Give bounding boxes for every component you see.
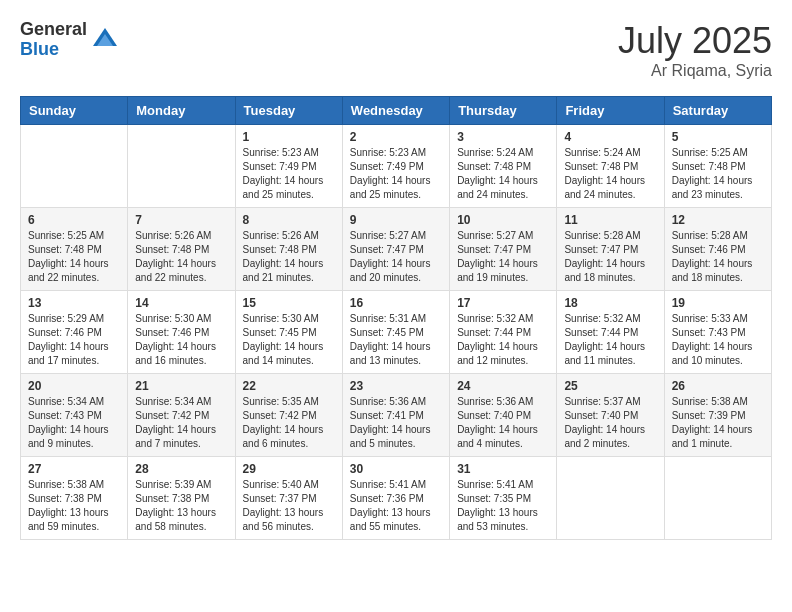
calendar-cell bbox=[128, 125, 235, 208]
day-number: 27 bbox=[28, 462, 120, 476]
day-detail: Sunrise: 5:29 AMSunset: 7:46 PMDaylight:… bbox=[28, 312, 120, 368]
calendar-cell: 22Sunrise: 5:35 AMSunset: 7:42 PMDayligh… bbox=[235, 374, 342, 457]
calendar-cell: 6Sunrise: 5:25 AMSunset: 7:48 PMDaylight… bbox=[21, 208, 128, 291]
calendar-cell: 9Sunrise: 5:27 AMSunset: 7:47 PMDaylight… bbox=[342, 208, 449, 291]
calendar-cell: 24Sunrise: 5:36 AMSunset: 7:40 PMDayligh… bbox=[450, 374, 557, 457]
day-number: 8 bbox=[243, 213, 335, 227]
day-detail: Sunrise: 5:24 AMSunset: 7:48 PMDaylight:… bbox=[457, 146, 549, 202]
calendar-week-row: 13Sunrise: 5:29 AMSunset: 7:46 PMDayligh… bbox=[21, 291, 772, 374]
day-number: 5 bbox=[672, 130, 764, 144]
calendar-cell: 8Sunrise: 5:26 AMSunset: 7:48 PMDaylight… bbox=[235, 208, 342, 291]
day-number: 10 bbox=[457, 213, 549, 227]
calendar-cell: 31Sunrise: 5:41 AMSunset: 7:35 PMDayligh… bbox=[450, 457, 557, 540]
page-header: General Blue July 2025 Ar Riqama, Syria bbox=[20, 20, 772, 80]
day-detail: Sunrise: 5:28 AMSunset: 7:46 PMDaylight:… bbox=[672, 229, 764, 285]
calendar-cell: 13Sunrise: 5:29 AMSunset: 7:46 PMDayligh… bbox=[21, 291, 128, 374]
day-detail: Sunrise: 5:25 AMSunset: 7:48 PMDaylight:… bbox=[28, 229, 120, 285]
calendar-cell: 19Sunrise: 5:33 AMSunset: 7:43 PMDayligh… bbox=[664, 291, 771, 374]
calendar-cell: 30Sunrise: 5:41 AMSunset: 7:36 PMDayligh… bbox=[342, 457, 449, 540]
day-detail: Sunrise: 5:41 AMSunset: 7:36 PMDaylight:… bbox=[350, 478, 442, 534]
calendar-cell: 26Sunrise: 5:38 AMSunset: 7:39 PMDayligh… bbox=[664, 374, 771, 457]
day-number: 29 bbox=[243, 462, 335, 476]
calendar-cell bbox=[21, 125, 128, 208]
day-number: 6 bbox=[28, 213, 120, 227]
day-detail: Sunrise: 5:24 AMSunset: 7:48 PMDaylight:… bbox=[564, 146, 656, 202]
day-number: 12 bbox=[672, 213, 764, 227]
calendar-cell: 18Sunrise: 5:32 AMSunset: 7:44 PMDayligh… bbox=[557, 291, 664, 374]
day-number: 24 bbox=[457, 379, 549, 393]
calendar-cell: 20Sunrise: 5:34 AMSunset: 7:43 PMDayligh… bbox=[21, 374, 128, 457]
calendar-cell: 16Sunrise: 5:31 AMSunset: 7:45 PMDayligh… bbox=[342, 291, 449, 374]
day-number: 16 bbox=[350, 296, 442, 310]
day-header-tuesday: Tuesday bbox=[235, 97, 342, 125]
title-block: July 2025 Ar Riqama, Syria bbox=[618, 20, 772, 80]
day-detail: Sunrise: 5:32 AMSunset: 7:44 PMDaylight:… bbox=[564, 312, 656, 368]
calendar-cell: 10Sunrise: 5:27 AMSunset: 7:47 PMDayligh… bbox=[450, 208, 557, 291]
day-detail: Sunrise: 5:30 AMSunset: 7:45 PMDaylight:… bbox=[243, 312, 335, 368]
day-header-monday: Monday bbox=[128, 97, 235, 125]
day-number: 30 bbox=[350, 462, 442, 476]
day-detail: Sunrise: 5:27 AMSunset: 7:47 PMDaylight:… bbox=[457, 229, 549, 285]
day-detail: Sunrise: 5:39 AMSunset: 7:38 PMDaylight:… bbox=[135, 478, 227, 534]
day-detail: Sunrise: 5:26 AMSunset: 7:48 PMDaylight:… bbox=[135, 229, 227, 285]
day-number: 26 bbox=[672, 379, 764, 393]
calendar-cell: 17Sunrise: 5:32 AMSunset: 7:44 PMDayligh… bbox=[450, 291, 557, 374]
day-detail: Sunrise: 5:38 AMSunset: 7:38 PMDaylight:… bbox=[28, 478, 120, 534]
day-number: 19 bbox=[672, 296, 764, 310]
calendar-cell: 14Sunrise: 5:30 AMSunset: 7:46 PMDayligh… bbox=[128, 291, 235, 374]
day-detail: Sunrise: 5:36 AMSunset: 7:41 PMDaylight:… bbox=[350, 395, 442, 451]
calendar-week-row: 20Sunrise: 5:34 AMSunset: 7:43 PMDayligh… bbox=[21, 374, 772, 457]
day-number: 23 bbox=[350, 379, 442, 393]
calendar-cell: 21Sunrise: 5:34 AMSunset: 7:42 PMDayligh… bbox=[128, 374, 235, 457]
day-number: 2 bbox=[350, 130, 442, 144]
month-year-title: July 2025 bbox=[618, 20, 772, 62]
day-number: 22 bbox=[243, 379, 335, 393]
day-detail: Sunrise: 5:35 AMSunset: 7:42 PMDaylight:… bbox=[243, 395, 335, 451]
day-detail: Sunrise: 5:31 AMSunset: 7:45 PMDaylight:… bbox=[350, 312, 442, 368]
day-number: 3 bbox=[457, 130, 549, 144]
day-header-thursday: Thursday bbox=[450, 97, 557, 125]
day-number: 14 bbox=[135, 296, 227, 310]
day-number: 11 bbox=[564, 213, 656, 227]
day-detail: Sunrise: 5:41 AMSunset: 7:35 PMDaylight:… bbox=[457, 478, 549, 534]
calendar-cell: 23Sunrise: 5:36 AMSunset: 7:41 PMDayligh… bbox=[342, 374, 449, 457]
day-detail: Sunrise: 5:23 AMSunset: 7:49 PMDaylight:… bbox=[350, 146, 442, 202]
day-detail: Sunrise: 5:26 AMSunset: 7:48 PMDaylight:… bbox=[243, 229, 335, 285]
day-detail: Sunrise: 5:36 AMSunset: 7:40 PMDaylight:… bbox=[457, 395, 549, 451]
day-detail: Sunrise: 5:34 AMSunset: 7:42 PMDaylight:… bbox=[135, 395, 227, 451]
day-number: 9 bbox=[350, 213, 442, 227]
calendar-cell bbox=[557, 457, 664, 540]
day-number: 17 bbox=[457, 296, 549, 310]
calendar-cell: 3Sunrise: 5:24 AMSunset: 7:48 PMDaylight… bbox=[450, 125, 557, 208]
day-number: 4 bbox=[564, 130, 656, 144]
location-subtitle: Ar Riqama, Syria bbox=[618, 62, 772, 80]
day-detail: Sunrise: 5:27 AMSunset: 7:47 PMDaylight:… bbox=[350, 229, 442, 285]
day-detail: Sunrise: 5:37 AMSunset: 7:40 PMDaylight:… bbox=[564, 395, 656, 451]
logo-blue-text: Blue bbox=[20, 40, 87, 60]
calendar-table: SundayMondayTuesdayWednesdayThursdayFrid… bbox=[20, 96, 772, 540]
day-header-wednesday: Wednesday bbox=[342, 97, 449, 125]
calendar-cell: 7Sunrise: 5:26 AMSunset: 7:48 PMDaylight… bbox=[128, 208, 235, 291]
day-detail: Sunrise: 5:33 AMSunset: 7:43 PMDaylight:… bbox=[672, 312, 764, 368]
calendar-cell: 28Sunrise: 5:39 AMSunset: 7:38 PMDayligh… bbox=[128, 457, 235, 540]
calendar-cell: 12Sunrise: 5:28 AMSunset: 7:46 PMDayligh… bbox=[664, 208, 771, 291]
day-number: 7 bbox=[135, 213, 227, 227]
day-number: 28 bbox=[135, 462, 227, 476]
calendar-cell: 1Sunrise: 5:23 AMSunset: 7:49 PMDaylight… bbox=[235, 125, 342, 208]
calendar-cell: 2Sunrise: 5:23 AMSunset: 7:49 PMDaylight… bbox=[342, 125, 449, 208]
day-number: 21 bbox=[135, 379, 227, 393]
logo: General Blue bbox=[20, 20, 119, 60]
day-header-friday: Friday bbox=[557, 97, 664, 125]
day-detail: Sunrise: 5:30 AMSunset: 7:46 PMDaylight:… bbox=[135, 312, 227, 368]
calendar-week-row: 1Sunrise: 5:23 AMSunset: 7:49 PMDaylight… bbox=[21, 125, 772, 208]
day-detail: Sunrise: 5:34 AMSunset: 7:43 PMDaylight:… bbox=[28, 395, 120, 451]
calendar-cell: 27Sunrise: 5:38 AMSunset: 7:38 PMDayligh… bbox=[21, 457, 128, 540]
day-detail: Sunrise: 5:25 AMSunset: 7:48 PMDaylight:… bbox=[672, 146, 764, 202]
day-number: 20 bbox=[28, 379, 120, 393]
day-number: 1 bbox=[243, 130, 335, 144]
day-header-saturday: Saturday bbox=[664, 97, 771, 125]
calendar-cell: 25Sunrise: 5:37 AMSunset: 7:40 PMDayligh… bbox=[557, 374, 664, 457]
day-number: 18 bbox=[564, 296, 656, 310]
day-number: 25 bbox=[564, 379, 656, 393]
calendar-week-row: 6Sunrise: 5:25 AMSunset: 7:48 PMDaylight… bbox=[21, 208, 772, 291]
